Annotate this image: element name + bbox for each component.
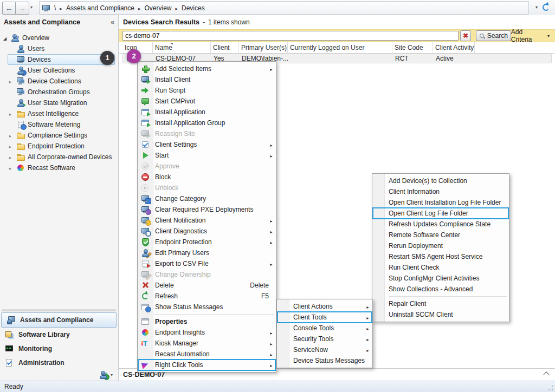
menu-item-security-tools[interactable]: Security Tools [277,334,372,344]
tree-item-users[interactable]: Users [0,43,118,54]
clear-search-button[interactable]: ✖ [460,30,471,41]
menu-item-show-collections-advanced[interactable]: Show Collections - Advanced [372,284,509,295]
user-status-dropdown-icon[interactable]: ▾ [111,373,113,377]
column-header-primary-users[interactable]: Primary User(s) [239,41,288,53]
workspace-button-assets-and-compliance[interactable]: Assets and Compliance [1,312,117,328]
workspace-button-administration[interactable]: Administration [0,356,118,370]
menu-item-label: Kiosk Manager [155,339,268,347]
menu-item-device-status-messages[interactable]: Device Status Messages [277,355,372,366]
menu-item-rerun-deployment[interactable]: Rerun Deployment [372,240,509,251]
tree-expander-icon[interactable] [2,34,8,42]
menu-item-repair-client[interactable]: Repair Client [372,298,509,309]
column-header-client-activity[interactable]: Client Activity [433,41,475,53]
menu-item-client-notification[interactable]: Client Notification [138,215,276,226]
tree-expander-icon[interactable] [7,164,14,172]
workspace-button-software-library[interactable]: Software Library [0,328,118,342]
breadcrumb-item-devices[interactable]: Devices [182,4,205,12]
menu-item-restart-sms-agent-host-service[interactable]: Restart SMS Agent Host Service [372,251,509,262]
menu-item-start-cmpivot[interactable]: Start CMPivot [138,96,276,107]
menu-item-start[interactable]: Start [138,150,276,161]
menu-item-label: Start [155,152,268,159]
breadcrumb-item-assets-and-compliance[interactable]: Assets and Compliance [66,4,134,12]
menu-item-client-actions[interactable]: Client Actions [277,301,372,312]
collapse-detail-pane-icon[interactable] [543,371,549,377]
menu-item-endpoint-insights[interactable]: Endpoint Insights [138,327,276,338]
menu-item-open-client-log-file-folder[interactable]: Open Client Log File Folder [372,208,509,219]
tree-item-all-corporate-owned-devices[interactable]: All Corporate-owned Devices [0,152,118,162]
search-input[interactable] [122,31,459,41]
tree-item-label: Compliance Settings [28,132,87,139]
tree-expander-icon[interactable] [7,142,14,150]
search-button[interactable]: Search [476,30,511,41]
client-tools-submenu: Add Device(s) to CollectionClient Inform… [372,173,509,322]
menu-item-change-category[interactable]: Change Category [138,193,276,204]
menu-item-client-diagnostics[interactable]: Client Diagnostics [138,226,276,237]
menu-item-right-click-tools[interactable]: Right Click Tools [138,360,276,370]
history-dropdown-icon[interactable]: ▾ [30,5,33,10]
insights-icon [141,328,150,337]
tree-expander-icon[interactable] [7,110,14,117]
menu-item-endpoint-protection[interactable]: Endpoint Protection [138,237,276,247]
menu-item-remote-software-center[interactable]: Remote Software Center [372,230,509,240]
ribbon-dropdown-icon[interactable]: ▾ [535,5,538,10]
blue-overlay-icon [21,124,27,130]
menu-item-kiosk-manager[interactable]: Kiosk Manager [138,338,276,349]
menu-item-export-to-csv-file[interactable]: Export to CSV File [138,258,276,269]
menu-item-show-status-messages[interactable]: Show Status Messages [138,302,276,312]
folder-icon [16,109,25,118]
tree-item-user-collections[interactable]: User Collections [0,65,118,76]
user-status-icon[interactable] [99,370,108,379]
refresh-icon[interactable] [541,3,551,12]
menu-item-refresh-updates-compliance-state[interactable]: Refresh Updates Compliance State [372,219,509,230]
menu-item-clear-required-pxe-deployments[interactable]: Clear Required PXE Deployments [138,204,276,215]
collapse-sidebar-icon[interactable]: « [111,18,114,26]
menu-item-stop-configmgr-client-activities[interactable]: Stop ConfigMgr Client Activities [372,273,509,284]
tree-item-user-state-migration[interactable]: User State Migration [0,97,118,108]
menu-item-delete[interactable]: DeleteDelete [138,280,276,291]
menu-item-properties[interactable]: Properties [138,316,276,327]
menu-item-install-application-group[interactable]: Install Application Group [138,117,276,128]
menu-item-refresh[interactable]: RefreshF5 [138,291,276,302]
sort-indicator-icon[interactable]: ▼ [170,42,174,45]
forward-button[interactable]: → [15,2,29,15]
menu-item-run-script[interactable]: Run Script [138,85,276,96]
menu-item-run-client-check[interactable]: Run Client Check [372,262,509,273]
tree-expander-icon[interactable] [7,77,14,85]
menu-item-console-tools[interactable]: Console Tools [277,323,372,334]
menu-item-install-client[interactable]: Install Client [138,74,276,85]
column-header-logged-on-user[interactable]: Currently Logged on User [288,41,392,53]
tree-item-asset-intelligence[interactable]: Asset Intelligence [0,108,118,119]
tree-expander-icon[interactable] [7,132,14,139]
menu-item-block[interactable]: Block [138,172,276,182]
back-button[interactable]: ← [2,2,16,15]
menu-item-open-client-installation-log-file-folder[interactable]: Open Client Installation Log File Folder [372,197,509,208]
tree-item-device-collections[interactable]: Device Collections [0,76,118,87]
tree-item-orchestration-groups[interactable]: Orchestration Groups [0,87,118,97]
workspace-splitter[interactable] [2,309,116,311]
menu-item-add-selected-items[interactable]: Add Selected Items [138,63,276,74]
menu-item-edit-primary-users[interactable]: Edit Primary Users [138,247,276,258]
menu-item-client-information[interactable]: Client Information [372,186,509,197]
menu-item-client-tools[interactable]: Client Tools [277,312,372,323]
column-header-name[interactable]: Name [153,41,211,53]
tree-item-software-metering[interactable]: Software Metering [0,119,118,130]
tree-item-recast-software[interactable]: Recast Software [0,162,118,173]
tree-item-compliance-settings[interactable]: Compliance Settings [0,130,118,141]
tree-item-endpoint-protection[interactable]: Endpoint Protection [0,141,118,152]
menu-item-label: Open Client Installation Log File Folder [389,199,506,206]
breadcrumb-item-root[interactable]: \ [54,4,56,12]
tree-expander-icon[interactable] [7,153,14,161]
yellow-overlay-icon [145,220,151,226]
menu-item-install-application[interactable]: Install Application [138,107,276,117]
menu-item-client-settings[interactable]: Client Settings [138,139,276,150]
workspace-button-monitoring[interactable]: Monitoring [0,342,118,356]
menu-item-add-device-s-to-collection[interactable]: Add Device(s) to Collection [372,175,509,186]
tree-item-overview[interactable]: Overview [0,32,118,43]
menu-item-servicenow[interactable]: ServiceNow [277,344,372,355]
column-header-site-code[interactable]: Site Code [392,41,433,53]
menu-item-uninstall-sccm-client[interactable]: Uninstall SCCM Client [372,309,509,320]
breadcrumb-item-overview[interactable]: Overview [144,4,171,12]
menu-item-recast-automation[interactable]: Recast Automation [138,349,276,360]
resize-grip[interactable] [547,384,554,391]
column-header-client[interactable]: Client [211,41,239,53]
